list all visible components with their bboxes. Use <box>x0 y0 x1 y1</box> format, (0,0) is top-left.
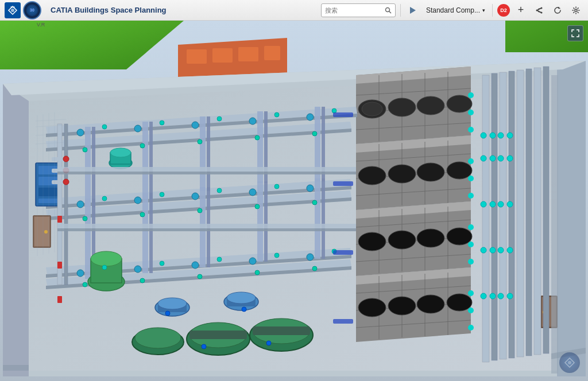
add-button[interactable]: + <box>513 3 528 18</box>
svg-point-121 <box>77 129 84 136</box>
svg-point-167 <box>91 251 122 266</box>
svg-rect-229 <box>57 172 356 174</box>
svg-point-214 <box>481 201 486 207</box>
svg-marker-20 <box>3 84 29 376</box>
d2-badge: D2 <box>497 4 510 17</box>
svg-point-7 <box>536 9 538 11</box>
svg-line-3 <box>389 11 391 13</box>
svg-point-230 <box>102 125 107 129</box>
settings-button[interactable] <box>568 3 583 18</box>
svg-point-251 <box>165 311 170 316</box>
svg-rect-255 <box>551 75 558 374</box>
share-button[interactable] <box>532 3 547 18</box>
search-input[interactable] <box>325 7 382 14</box>
toolbar-divider-1 <box>400 4 401 17</box>
svg-point-223 <box>490 293 496 299</box>
svg-rect-17 <box>264 46 280 60</box>
svg-point-83 <box>468 224 474 230</box>
svg-rect-118 <box>264 181 268 262</box>
svg-point-225 <box>507 293 513 299</box>
svg-point-139 <box>255 135 260 140</box>
svg-point-215 <box>490 201 496 207</box>
svg-point-212 <box>498 155 504 161</box>
svg-rect-246 <box>333 250 353 255</box>
svg-point-252 <box>242 307 246 312</box>
compass-widget[interactable]: 30 <box>23 1 41 20</box>
svg-rect-245 <box>333 181 353 186</box>
svg-rect-227 <box>57 228 356 231</box>
svg-point-61 <box>388 231 416 249</box>
scene-canvas <box>0 21 588 381</box>
svg-rect-153 <box>189 331 247 339</box>
svg-point-222 <box>481 293 486 299</box>
svg-point-142 <box>140 212 145 217</box>
svg-point-144 <box>255 204 260 209</box>
standard-comp-button[interactable]: Standard Comp... ▾ <box>424 5 488 15</box>
standard-comp-label: Standard Comp... <box>426 6 480 14</box>
svg-rect-250 <box>57 296 62 303</box>
svg-point-0 <box>11 9 14 12</box>
svg-point-126 <box>77 201 84 208</box>
svg-point-87 <box>468 308 474 313</box>
svg-rect-200 <box>500 72 506 359</box>
svg-point-217 <box>507 201 513 207</box>
svg-point-241 <box>217 257 222 262</box>
svg-point-235 <box>102 196 107 201</box>
svg-rect-117 <box>257 181 263 262</box>
svg-rect-205 <box>543 67 549 353</box>
svg-point-36 <box>417 96 444 115</box>
svg-point-34 <box>362 102 382 116</box>
3d-viewport[interactable] <box>0 21 588 381</box>
svg-point-132 <box>134 266 141 273</box>
svg-rect-226 <box>57 224 356 228</box>
search-button[interactable] <box>385 7 392 14</box>
svg-marker-21 <box>557 61 586 376</box>
svg-point-237 <box>217 188 222 193</box>
svg-point-131 <box>77 270 84 277</box>
svg-rect-180 <box>64 124 68 285</box>
svg-point-128 <box>192 193 199 200</box>
svg-point-85 <box>468 259 474 265</box>
svg-point-216 <box>498 201 504 207</box>
svg-point-37 <box>447 95 472 112</box>
svg-point-149 <box>255 270 260 275</box>
svg-point-62 <box>417 229 444 247</box>
svg-point-189 <box>110 148 131 157</box>
svg-point-239 <box>102 265 107 270</box>
svg-marker-256 <box>3 365 29 371</box>
svg-point-234 <box>332 108 336 113</box>
svg-point-211 <box>490 155 496 161</box>
svg-point-125 <box>307 114 314 120</box>
expand-viewport-button[interactable] <box>567 25 583 41</box>
svg-point-164 <box>227 292 256 304</box>
svg-rect-172 <box>38 199 59 203</box>
svg-rect-103 <box>142 122 148 199</box>
svg-rect-16 <box>238 47 258 61</box>
svg-point-140 <box>312 131 317 136</box>
svg-point-258 <box>568 361 571 364</box>
ds-watermark <box>559 352 580 373</box>
search-box[interactable] <box>321 3 396 17</box>
svg-point-221 <box>507 247 513 253</box>
compass-inner: 30 <box>26 5 38 16</box>
svg-rect-244 <box>333 112 353 117</box>
app-title: CATIA Buildings Space Planning <box>51 6 167 14</box>
svg-point-124 <box>249 118 256 125</box>
svg-point-133 <box>192 262 199 269</box>
svg-point-80 <box>468 158 474 164</box>
vr-label: V.R <box>37 22 45 28</box>
svg-point-63 <box>447 228 472 245</box>
svg-point-48 <box>388 165 416 183</box>
svg-point-161 <box>158 298 187 309</box>
svg-point-141 <box>83 216 87 221</box>
svg-point-134 <box>249 258 256 265</box>
svg-rect-204 <box>534 68 541 355</box>
svg-point-49 <box>417 163 444 181</box>
nav-icon-button[interactable] <box>405 3 420 18</box>
svg-rect-156 <box>253 326 310 335</box>
refresh-button[interactable] <box>550 3 565 18</box>
svg-rect-106 <box>207 116 210 191</box>
svg-point-6 <box>541 11 543 13</box>
svg-rect-14 <box>187 49 207 64</box>
toolbar-divider-2 <box>492 4 493 17</box>
